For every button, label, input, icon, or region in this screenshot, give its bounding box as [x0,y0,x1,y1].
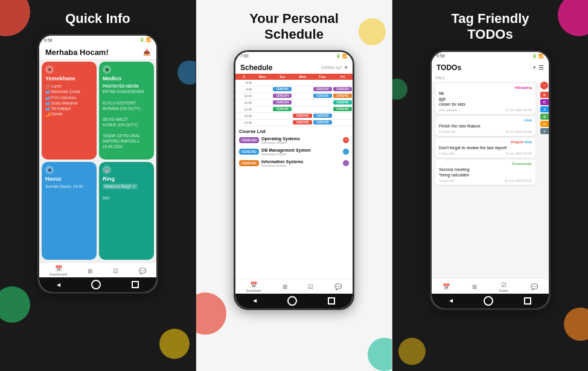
cell [313,106,333,112]
time-cell: 14:40 [235,120,252,126]
course-dot: i [343,160,349,166]
todo-item-3[interactable]: #Urgent #Job Don't forget to review the … [435,138,535,158]
course-pill[interactable]: CENG451 [273,87,292,91]
course-pill[interactable]: CENG334 [273,100,292,105]
grid-icon: ⊞ [88,268,92,274]
nav-chat2[interactable]: 💬 [334,283,342,290]
blob-decoration [398,338,426,365]
tag-plus[interactable]: + [540,128,549,134]
tag-urgent: #Urgent [511,140,524,144]
cell [272,120,292,126]
nav-label-todos: Todos [499,289,508,292]
todo-item-4[interactable]: #Community Second meeting*bring calculat… [435,160,535,185]
nav-label-schedule: Schedule [246,289,261,292]
course-info: Operating Systems Semester Ended [261,137,340,144]
cell: CENG492 [292,120,312,126]
list-item[interactable]: CENG334 Operating Systems Semester Ended… [239,137,349,144]
list-item[interactable]: CENG352 DB Management System Semester En… [239,148,349,156]
card-ring[interactable]: 🚌 Ring Where is Ring? ↗ Mor: [99,162,154,260]
todo-title-2: Finish the new feature [439,123,532,129]
course-pill[interactable]: CENG491 [273,107,292,111]
todo-item-2[interactable]: #Job Finish the new feature 5 hours left… [435,116,535,136]
course-pill[interactable]: CENG352 [313,114,332,118]
course-pill[interactable]: CENG492 [293,114,312,118]
tag-s[interactable]: S [540,114,549,120]
home-btn[interactable] [91,280,101,289]
recents-btn[interactable] [132,281,139,288]
recents-btn3[interactable] [524,297,531,305]
phone2-header-title: Schedule [240,63,272,72]
card-medico[interactable]: ⊕ Medico PRATİSYEN HEKİMERTAN KONUKSEVEN… [99,62,154,160]
todo-meta-4: 4 days left 10 Jun 2020 13:15 [439,179,532,182]
tag-a[interactable]: A [540,92,549,98]
phone3-home-bar: ◀ [432,294,549,308]
todo-time-left-4: 4 days left [439,179,454,182]
course-pill[interactable]: CENG334 [273,94,292,98]
phone1-grid: ✕ Yemekhane 🍴 Lunch🥣 Mercimek Çorba🥣 Fır… [39,59,156,262]
medico-title: Medico [103,76,150,82]
home-btn2[interactable] [287,296,297,306]
course-pill[interactable]: CENG334 [333,87,352,91]
course-name: Operating Systems [261,137,340,141]
nav-item-check[interactable]: ☑ [113,268,118,274]
back-btn[interactable]: ◀ [57,282,60,288]
tag-c[interactable]: C [540,99,549,105]
card-yemekhane[interactable]: ✕ Yemekhane 🍴 Lunch🥣 Mercimek Çorba🥣 Fır… [42,62,97,160]
nav-todos[interactable]: ☑ Todos [499,282,508,292]
cell [313,80,333,86]
table-row: 9:40 CENG451 CENG334 CENG334 [235,86,353,93]
course-pill[interactable]: CENG451 [333,94,352,98]
cell [252,120,272,126]
course-pill[interactable]: CENG352 [313,94,332,98]
add-schedule-btn[interactable]: + [344,64,348,71]
course-pill[interactable]: CENG461 [333,100,352,105]
cell [272,113,292,119]
course-sub: Semester Ended [261,141,340,144]
course-pill[interactable]: CENG352 [313,120,332,124]
back-btn3[interactable]: ◀ [449,298,453,303]
cell [252,80,272,86]
panel-title-2: Your PersonalSchedule [249,11,339,43]
nav-item-chat[interactable]: 💬 [139,268,146,274]
nav-check2[interactable]: ☑ [308,283,313,290]
cell [313,100,333,106]
cell [292,106,312,112]
tag-u[interactable]: U [540,121,549,127]
todo-filter[interactable]: #ALL [432,74,549,82]
phone-2: 7:00 🔋 📶 Schedule Dolldut.xyz + X Mon Tu… [234,50,354,310]
course-pill[interactable]: CENG491 [333,107,352,111]
phone1-header: Merhaba Hocam! 📤 [39,44,156,59]
dashboard-icon: 📅 [55,265,62,272]
nav-label-dashboard: Dashboard [50,273,67,276]
havuz-icon: ⊕ [45,166,54,174]
yemekhane-title: Yemekhane [45,76,93,82]
course-name: DB Management System [261,148,340,152]
course-tag: CENG451 [239,160,259,166]
course-pill[interactable]: CENG334 [313,87,332,91]
nav-grid2[interactable]: ⊞ [283,283,287,290]
recents-btn2[interactable] [328,297,335,305]
back-btn2[interactable]: ◀ [253,298,257,303]
todos-list: • A C J S U + #Shopping tilkggscream for… [432,82,549,279]
course-pill[interactable]: CENG492 [293,120,312,124]
nav-chat3[interactable]: 💬 [531,283,538,290]
tag-j[interactable]: J [540,106,549,112]
menu-icon[interactable]: ☰ [538,64,544,71]
phone2-bottom-nav: 📅 Schedule ⊞ ☑ 💬 [235,279,353,294]
home-btn3[interactable] [484,296,493,306]
course-tag: CENG334 [239,137,259,143]
add-todo-btn[interactable]: + [532,64,536,71]
nav-item-dashboard[interactable]: 📅 Dashboard [50,265,67,276]
todo-item-1[interactable]: #Shopping tilkggscream for kids time pas… [435,83,535,114]
list-item[interactable]: CENG451 Information Systems Semester End… [239,160,349,167]
tag-job: #Job [524,140,532,144]
phone-2-screen: 7:00 🔋 📶 Schedule Dolldut.xyz + X Mon Tu… [235,52,353,308]
nav-calendar3[interactable]: 📅 [443,283,450,290]
table-row: 11:40 CENG334 CENG461 [235,100,353,106]
course-info: DB Management System Semester Ended [261,148,340,156]
nav-grid3[interactable]: ⊞ [472,283,477,290]
phone1-header-title: Merhaba Hocam! [45,48,109,57]
card-havuz[interactable]: ⊕ Havuz Sonraki Seans: 19:30 [42,162,97,260]
nav-schedule[interactable]: 📅 Schedule [246,282,261,292]
nav-item-grid[interactable]: ⊞ [88,268,92,274]
